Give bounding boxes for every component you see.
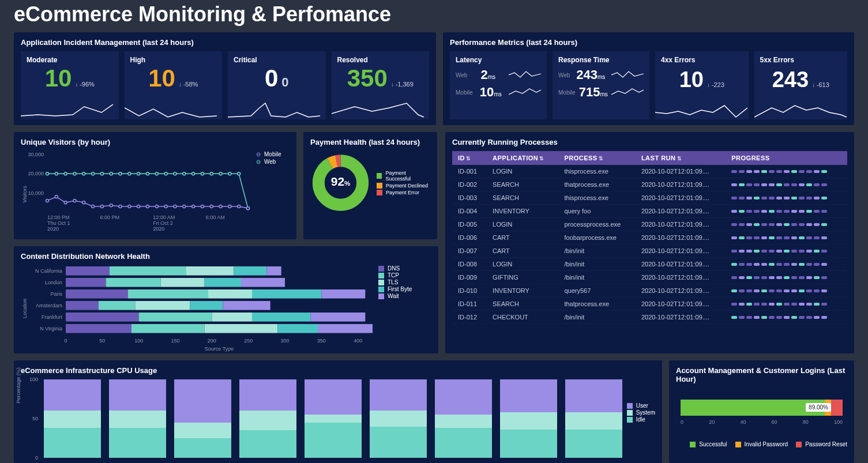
svg-point-26	[174, 172, 176, 175]
progress-cell	[726, 218, 847, 231]
processes-panel: Currently Running Processes ID⇅APPLICATI…	[445, 132, 854, 353]
incident-card-resolved: Resolved 350 -1,369	[332, 51, 430, 119]
svg-rect-71	[161, 278, 205, 287]
cpu-bar	[565, 379, 622, 458]
table-cell: /bin/init	[558, 271, 635, 284]
5xx-delta: -613	[812, 81, 829, 88]
table-cell: CART	[487, 231, 558, 244]
unique-visitors-title: Unique Visitors (by hour)	[21, 138, 290, 146]
payment-center-suffix: %	[344, 180, 350, 187]
svg-rect-76	[128, 289, 208, 299]
svg-text:100: 100	[134, 338, 143, 344]
svg-text:Fri Oct 2: Fri Oct 2	[153, 220, 173, 226]
legend-label: Web	[264, 159, 276, 165]
svg-point-41	[100, 205, 103, 208]
cdn-panel: Content Distribution Network Health N Ca…	[14, 246, 438, 353]
login-legend: SuccessfulInvalid PasswordPassword Reset	[676, 441, 847, 447]
axis-tick: 80	[803, 419, 809, 425]
table-row[interactable]: ID-010INVENTORYquery5672020-10-02T12:01:…	[452, 284, 847, 298]
table-row[interactable]: ID-009GIFTING/bin/init2020-10-02T12:01:0…	[452, 271, 847, 284]
table-row[interactable]: ID-005LOGINprocessprocess.exe2020-10-02T…	[452, 218, 847, 231]
table-cell: LOGIN	[487, 258, 558, 271]
cdn-legend: DNSTCPTLSFirst ByteWait	[378, 265, 414, 352]
legend-label: User	[636, 402, 648, 409]
table-row[interactable]: ID-003SEARCHthisprocess.exe2020-10-02T12…	[452, 191, 847, 205]
table-cell: 2020-10-02T12:01:09....	[636, 298, 726, 311]
axis-tick: 40	[740, 419, 746, 425]
svg-point-55	[228, 205, 231, 208]
incident-card-moderate: Moderate 10 -96%	[21, 51, 119, 119]
table-cell: 2020-10-02T12:01:09....	[636, 258, 726, 271]
svg-point-43	[119, 205, 122, 208]
table-cell: ID-003	[452, 191, 487, 205]
svg-text:350: 350	[317, 338, 326, 344]
incident-value: 10	[148, 66, 175, 91]
progress-cell	[726, 178, 847, 191]
table-header[interactable]: ID⇅	[452, 151, 487, 165]
incident-label: Critical	[234, 56, 320, 64]
svg-point-53	[210, 205, 213, 208]
payment-health-panel: Payment Health (last 24 hours) 92% Payme…	[303, 132, 437, 239]
table-header[interactable]: PROCESS⇅	[558, 151, 635, 165]
cdn-chart: N CaliforniaLondonParisAmsterdamFrankfur…	[21, 265, 378, 352]
table-cell: 2020-10-02T12:01:09....	[636, 191, 726, 205]
svg-point-52	[201, 205, 204, 208]
cpu-legend: UserSystemIdle	[627, 379, 655, 458]
progress-cell	[726, 271, 847, 284]
table-cell: LOGIN	[487, 218, 558, 231]
table-header[interactable]: LAST RUN⇅	[636, 151, 726, 165]
table-row[interactable]: ID-002SEARCHthatprocess.exe2020-10-02T12…	[452, 178, 847, 191]
table-cell: 2020-10-02T12:01:09....	[636, 271, 726, 284]
svg-point-17	[92, 172, 95, 175]
progress-cell	[726, 244, 847, 258]
svg-point-48	[164, 205, 167, 208]
axis-tick: 20	[709, 419, 715, 425]
svg-text:30,000: 30,000	[28, 152, 44, 157]
svg-text:50: 50	[99, 338, 105, 344]
progress-cell	[726, 298, 847, 311]
sort-icon: ⇅	[677, 156, 682, 161]
svg-point-38	[73, 199, 76, 202]
table-row[interactable]: ID-008LOGIN/bin/init2020-10-02T12:01:09.…	[452, 258, 847, 271]
incident-delta: -96%	[75, 81, 94, 88]
5xx-sparkline	[754, 101, 847, 119]
table-cell: INVENTORY	[487, 284, 558, 298]
table-row[interactable]: ID-004INVENTORYquery foo2020-10-02T12:01…	[452, 205, 847, 218]
cpu-bar	[174, 379, 231, 458]
svg-point-19	[110, 172, 112, 175]
svg-text:250: 250	[244, 338, 253, 344]
table-header[interactable]: APPLICATION⇅	[487, 151, 558, 165]
progress-cell	[726, 258, 847, 271]
progress-cell	[726, 284, 847, 298]
table-header[interactable]: PROGRESS	[726, 151, 847, 165]
table-cell: ID-004	[452, 205, 487, 218]
login-segment	[831, 400, 843, 416]
incidents-title: Application Incident Management (last 24…	[21, 38, 429, 47]
svg-text:Frankfurt: Frankfurt	[42, 314, 63, 320]
table-row[interactable]: ID-001LOGINthisprocess.exe2020-10-02T12:…	[452, 165, 847, 178]
logins-panel: Account Management & Customer Logins (La…	[669, 360, 854, 463]
legend-label: Payment Declined	[386, 183, 428, 189]
table-row[interactable]: ID-012CHECKOUT/bin/init2020-10-02T12:01:…	[452, 311, 847, 324]
table-row[interactable]: ID-006CARTfoobarprocess.exe2020-10-02T12…	[452, 231, 847, 244]
axis-tick: 0	[681, 419, 683, 425]
svg-rect-67	[266, 266, 281, 276]
payment-center-value: 92	[331, 175, 344, 188]
login-axis: 020406080100	[681, 419, 843, 425]
cpu-bar	[305, 379, 362, 458]
processes-table: ID⇅APPLICATION⇅PROCESS⇅LAST RUN⇅PROGRESS…	[452, 151, 847, 324]
svg-point-32	[228, 172, 231, 175]
table-cell: query foo	[558, 205, 635, 218]
table-cell: ID-010	[452, 284, 487, 298]
table-row[interactable]: ID-007CART/bin/init2020-10-02T12:01:09..…	[452, 244, 847, 258]
legend-label: System	[636, 409, 655, 416]
table-row[interactable]: ID-011SEARCHthatprocess.exe2020-10-02T12…	[452, 298, 847, 311]
svg-rect-75	[66, 289, 128, 299]
sort-icon: ⇅	[466, 156, 471, 161]
svg-point-15	[73, 172, 76, 175]
5xx-card: 5xx Errors 243 -613	[754, 51, 848, 119]
svg-text:300: 300	[280, 338, 289, 344]
svg-rect-77	[208, 289, 252, 299]
progress-cell	[726, 311, 847, 324]
svg-text:2020: 2020	[47, 226, 59, 232]
